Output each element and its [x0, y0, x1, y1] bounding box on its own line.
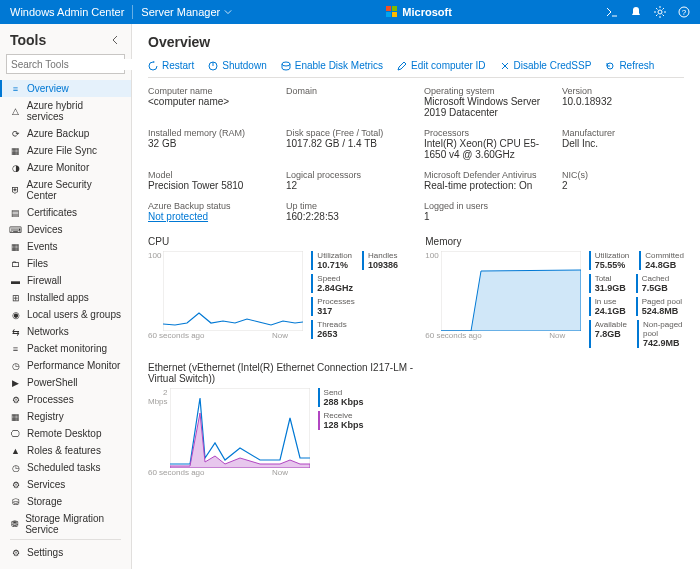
gear-icon: ⚙ [10, 547, 21, 558]
app-title: Windows Admin Center [10, 6, 124, 18]
module-dropdown[interactable]: Server Manager [141, 6, 232, 18]
console-icon[interactable] [606, 6, 618, 18]
svg-rect-10 [163, 251, 303, 331]
sidebar-item-devices[interactable]: ⌨Devices [0, 221, 131, 238]
version-value: 10.0.18932 [562, 96, 684, 107]
tool-icon: 🖵 [10, 428, 21, 439]
sidebar-item-certificates[interactable]: ▤Certificates [0, 204, 131, 221]
tool-icon: ⇆ [10, 326, 21, 337]
sidebar-item-powershell[interactable]: ▶PowerShell [0, 374, 131, 391]
credssp-button[interactable]: Disable CredSSP [500, 60, 592, 71]
refresh-button[interactable]: Refresh [605, 60, 654, 71]
sidebar-item-local-users-groups[interactable]: ◉Local users & groups [0, 306, 131, 323]
cpu-chart-svg [163, 251, 303, 331]
mfg-value: Dell Inc. [562, 138, 684, 149]
sidebar-item-services[interactable]: ⚙Services [0, 476, 131, 493]
nic-value: 2 [562, 180, 684, 191]
proc-label: Processors [424, 128, 546, 138]
pencil-icon [397, 61, 407, 71]
sidebar-item-registry[interactable]: ▦Registry [0, 408, 131, 425]
help-icon[interactable]: ? [678, 6, 690, 18]
os-label: Operating system [424, 86, 546, 96]
sidebar-title: Tools [10, 32, 46, 48]
tool-icon: ⚙ [10, 479, 21, 490]
page-title: Overview [148, 34, 684, 50]
svg-rect-1 [392, 6, 397, 11]
sidebar-item-label: Networks [27, 326, 69, 337]
uptime-label: Up time [286, 201, 408, 211]
memory-chart: Memory 100 60 seconds agoNow Utilization… [425, 236, 684, 348]
app-header: Windows Admin Center Server Manager Micr… [0, 0, 700, 24]
sidebar-item-roles-features[interactable]: ▲Roles & features [0, 442, 131, 459]
sidebar-item-performance-monitor[interactable]: ◷Performance Monitor [0, 357, 131, 374]
shutdown-button[interactable]: Shutdown [208, 60, 266, 71]
sidebar-item-label: Azure hybrid services [27, 100, 121, 122]
svg-text:?: ? [682, 8, 687, 17]
sidebar-item-label: Services [27, 479, 65, 490]
sidebar-item-firewall[interactable]: ▬Firewall [0, 272, 131, 289]
gear-icon[interactable] [654, 6, 666, 18]
domain-label: Domain [286, 86, 408, 96]
bell-icon[interactable] [630, 6, 642, 18]
mfg-label: Manufacturer [562, 128, 684, 138]
brand: Microsoft [232, 6, 606, 18]
sidebar-item-label: PowerShell [27, 377, 78, 388]
ram-value: 32 GB [148, 138, 270, 149]
backup-value-link[interactable]: Not protected [148, 211, 270, 222]
sidebar-item-azure-monitor[interactable]: ◑Azure Monitor [0, 159, 131, 176]
disk-metrics-button[interactable]: Enable Disk Metrics [281, 60, 383, 71]
users-value: 1 [424, 211, 546, 222]
sidebar-item-storage-migration-service[interactable]: ⛃Storage Migration Service [0, 510, 131, 535]
tool-icon: ◑ [10, 162, 21, 173]
sidebar-item-label: Processes [27, 394, 74, 405]
search-input[interactable] [6, 54, 125, 74]
sidebar-item-azure-security-center[interactable]: ⛨Azure Security Center [0, 176, 131, 204]
sidebar-item-azure-file-sync[interactable]: ▦Azure File Sync [0, 142, 131, 159]
ram-label: Installed memory (RAM) [148, 128, 270, 138]
svg-point-9 [282, 62, 290, 66]
sidebar-item-label: Local users & groups [27, 309, 121, 320]
sidebar-item-remote-desktop[interactable]: 🖵Remote Desktop [0, 425, 131, 442]
version-label: Version [562, 86, 684, 96]
tool-icon: ⛨ [10, 185, 21, 196]
defender-value: Real-time protection: On [424, 180, 546, 191]
sidebar-item-networks[interactable]: ⇆Networks [0, 323, 131, 340]
sidebar-item-label: Storage Migration Service [25, 513, 121, 535]
sidebar-item-processes[interactable]: ⚙Processes [0, 391, 131, 408]
backup-label: Azure Backup status [148, 201, 270, 211]
sidebar-item-packet-monitoring[interactable]: ≡Packet monitoring [0, 340, 131, 357]
restart-button[interactable]: Restart [148, 60, 194, 71]
tool-icon: ▶ [10, 377, 21, 388]
tool-icon: ▦ [10, 145, 21, 156]
defender-label: Microsoft Defender Antivirus [424, 170, 546, 180]
tool-icon: ⛃ [10, 519, 19, 530]
sidebar-item-label: Certificates [27, 207, 77, 218]
sidebar-item-files[interactable]: 🗀Files [0, 255, 131, 272]
tool-icon: ◷ [10, 462, 21, 473]
restart-icon [148, 61, 158, 71]
tool-icon: ▦ [10, 241, 21, 252]
sidebar-item-scheduled-tasks[interactable]: ◷Scheduled tasks [0, 459, 131, 476]
action-bar: Restart Shutdown Enable Disk Metrics Edi… [148, 60, 684, 78]
sidebar-item-installed-apps[interactable]: ⊞Installed apps [0, 289, 131, 306]
nic-label: NIC(s) [562, 170, 684, 180]
sidebar-item-overview[interactable]: ≡Overview [0, 80, 131, 97]
tool-icon: ▤ [10, 207, 21, 218]
disk-value: 1017.82 GB / 1.4 TB [286, 138, 408, 149]
tool-icon: ⚙ [10, 394, 21, 405]
tool-icon: ◷ [10, 360, 21, 371]
edit-id-button[interactable]: Edit computer ID [397, 60, 485, 71]
sidebar-item-storage[interactable]: ⛁Storage [0, 493, 131, 510]
sidebar-item-settings[interactable]: ⚙ Settings [0, 544, 131, 561]
ethernet-chart-svg [170, 388, 310, 468]
tool-icon: ⟳ [10, 128, 21, 139]
x-icon [500, 61, 510, 71]
sidebar-item-azure-hybrid-services[interactable]: △Azure hybrid services [0, 97, 131, 125]
sidebar-item-events[interactable]: ▦Events [0, 238, 131, 255]
computer-name-label: Computer name [148, 86, 270, 96]
sidebar-item-label: Remote Desktop [27, 428, 101, 439]
chevron-left-icon[interactable] [111, 35, 121, 45]
sidebar-item-label: Scheduled tasks [27, 462, 100, 473]
sidebar-item-azure-backup[interactable]: ⟳Azure Backup [0, 125, 131, 142]
users-label: Logged in users [424, 201, 546, 211]
